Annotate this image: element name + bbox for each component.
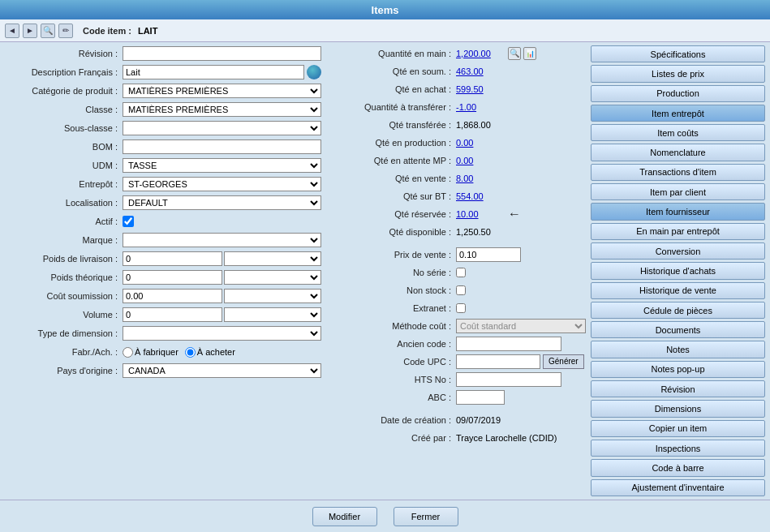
code-upc-input[interactable] [456,354,540,369]
ancien-code-input[interactable] [456,337,561,351]
category-select[interactable]: MATIÈRES PREMIÈRES [123,84,321,98]
btn-conversion[interactable]: Conversion [591,242,765,260]
description-fr-input[interactable] [123,65,304,79]
pays-origine-select[interactable]: CANADA [123,363,321,378]
search-icon[interactable]: 🔍 [508,47,521,60]
value-cree-par: Trayce Larochelle (CDID) [456,433,557,443]
btn-production[interactable]: Production [591,85,765,102]
revision-input[interactable] [123,46,321,61]
back-button[interactable]: ◄ [5,24,19,38]
btn-dimensions[interactable]: Dimensions [591,400,765,417]
prix-vente-input[interactable] [456,247,521,262]
poids-theorique-input[interactable] [123,270,222,285]
label-description-fr: Description Français : [5,67,123,77]
label-qte-disponible: Qté disponible : [326,227,456,237]
udm-select[interactable]: TASSE [123,158,321,173]
marque-select[interactable] [123,233,321,247]
class-select[interactable]: MATIÈRES PREMIÈRES [123,102,321,117]
poids-livraison-input[interactable] [123,251,222,266]
btn-historique-achats[interactable]: Historique d'achats [591,262,765,279]
radio-fabriquer-label[interactable]: À fabriquer [123,347,179,358]
radio-acheter[interactable] [185,347,196,358]
btn-ajustement-inventaire[interactable]: Ajustement d'inventaire [591,479,765,496]
btn-code-barre[interactable]: Code à barre [591,459,765,476]
label-extranet: Extranet : [326,303,456,313]
row-qte-disponible: Qté disponible : 1,250.50 [326,224,586,239]
label-hts-no: HTS No : [326,375,456,384]
btn-documents[interactable]: Documents [591,321,765,338]
btn-copier-item[interactable]: Copier un item [591,420,765,437]
label-revision: Révision : [5,49,123,58]
cout-soumission-input[interactable] [123,289,222,303]
value-qte-bt[interactable]: 554.00 [456,191,505,201]
label-poids-livraison: Poids de livraison : [5,254,123,264]
localisation-select[interactable]: DEFAULT [123,195,321,210]
btn-notes-popup[interactable]: Notes pop-up [591,361,765,378]
type-dimension-select[interactable] [123,326,321,341]
label-non-stock: Non stock : [326,285,456,295]
btn-transactions-item[interactable]: Transactions d'item [591,164,765,181]
label-cout-soumission: Coût soumission : [5,291,123,301]
subclass-select[interactable] [123,121,321,135]
code-item-value: LAIT [138,26,157,36]
row-qte-reservee: Qté réservée : 10.00 ← [326,206,586,221]
row-code-upc: Code UPC : Générer [326,354,586,369]
radio-fabriquer[interactable] [123,347,133,358]
btn-item-entrepot[interactable]: Item entrepôt [591,105,765,122]
search-toolbar-button[interactable]: 🔍 [41,24,55,38]
row-ancien-code: Ancien code : [326,336,586,351]
btn-listes-prix[interactable]: Listes de prix [591,65,765,82]
poids-theorique-unit[interactable] [224,270,322,285]
btn-nomenclature[interactable]: Nomenclature [591,144,765,161]
value-qte-achat[interactable]: 599.50 [456,84,505,94]
btn-cedule-pieces[interactable]: Cédule de pièces [591,302,765,319]
value-qte-production[interactable]: 0.00 [456,138,505,148]
app-title: Items [372,4,399,16]
modifier-button[interactable]: Modifier [312,507,377,526]
poids-livraison-unit[interactable] [224,251,322,266]
row-subclass: Sous-classe : [5,120,321,136]
btn-inspections[interactable]: Inspections [591,440,765,457]
globe-icon[interactable] [307,65,321,79]
btn-revision[interactable]: Révision [591,380,765,397]
volume-input[interactable] [123,307,222,322]
methode-cout-select[interactable]: Coût standard [456,319,586,333]
volume-unit[interactable] [224,307,322,322]
value-qte-soum[interactable]: 463.00 [456,66,505,76]
entrepot-select[interactable]: ST-GEORGES [123,177,321,191]
row-qte-transferee: Qté transférée : 1,868.00 [326,117,586,132]
row-class: Classe : MATIÈRES PREMIÈRES [5,101,321,118]
forward-button[interactable]: ► [23,24,37,38]
btn-en-main-entrepot[interactable]: En main par entrepôt [591,223,765,240]
non-stock-checkbox[interactable] [456,285,466,295]
no-serie-checkbox[interactable] [456,268,466,277]
btn-specifications[interactable]: Spécifications [591,45,765,62]
qte-main-icons: 🔍 📊 [508,47,536,60]
generer-button[interactable]: Générer [543,354,584,369]
row-poids-livraison: Poids de livraison : [5,251,321,267]
cout-soumission-unit[interactable] [224,289,322,303]
row-extranet: Extranet : [326,300,586,315]
label-fabr-ach: Fabr./Ach. : [5,347,123,357]
btn-notes[interactable]: Notes [591,341,765,358]
chart-icon[interactable]: 📊 [523,47,536,60]
radio-acheter-label[interactable]: À acheter [185,347,235,358]
value-qte-transferer[interactable]: -1.00 [456,102,505,112]
edit-toolbar-button[interactable]: ✏ [58,24,73,38]
abc-input[interactable] [456,390,505,405]
btn-item-fournisseur[interactable]: Item fournisseur [591,203,765,220]
value-qte-main[interactable]: 1,200.00 [456,49,505,58]
bom-input[interactable] [123,139,321,154]
btn-item-couts[interactable]: Item coûts [591,124,765,141]
btn-item-client[interactable]: Item par client [591,183,765,200]
actif-checkbox[interactable] [123,216,134,227]
fermer-button[interactable]: Fermer [394,507,458,526]
label-abc: ABC : [326,393,456,402]
hts-no-input[interactable] [456,372,561,387]
value-qte-reservee[interactable]: 10.00 [456,209,505,219]
extranet-checkbox[interactable] [456,303,466,313]
row-type-dimension: Type de dimension : [5,325,321,341]
btn-historique-vente[interactable]: Historique de vente [591,282,765,299]
value-qte-vente[interactable]: 8.00 [456,174,505,183]
value-qte-attente-mp[interactable]: 0.00 [456,156,505,165]
